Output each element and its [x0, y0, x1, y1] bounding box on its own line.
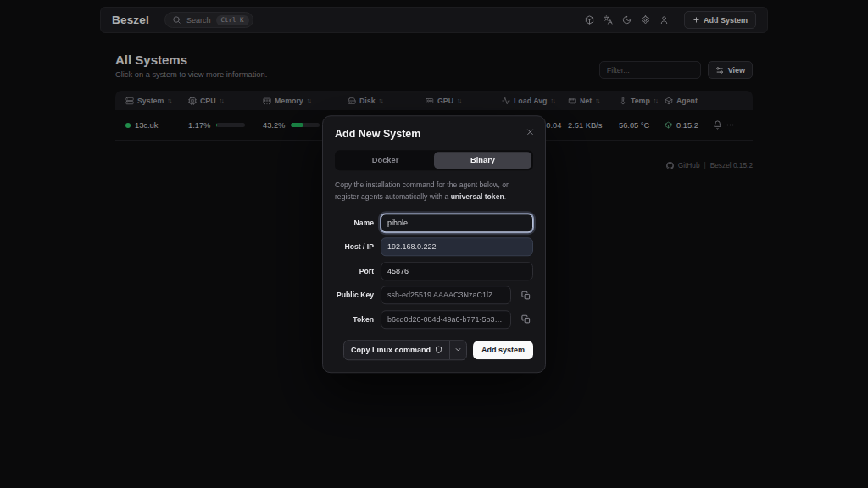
copy-command-split-button: Copy Linux command [343, 340, 467, 360]
port-input[interactable] [381, 262, 533, 280]
host-ip-input[interactable] [381, 237, 533, 256]
dialog-title: Add New System [335, 128, 533, 140]
token-input[interactable] [381, 310, 511, 329]
add-system-form: Name Host / IP Port Public Key Token [335, 214, 533, 329]
tab-docker[interactable]: Docker [337, 152, 434, 169]
dialog-close-button[interactable] [523, 125, 537, 138]
chevron-down-icon [454, 346, 462, 353]
install-type-tabs: Docker Binary [335, 150, 533, 170]
command-options-dropdown-button[interactable] [449, 341, 466, 359]
token-label: Token [335, 315, 374, 324]
name-label: Name [335, 219, 374, 227]
add-system-dialog: Add New System Docker Binary Copy the in… [322, 115, 546, 373]
dialog-description: Copy the installation command for the ag… [335, 180, 533, 203]
public-key-label: Public Key [335, 291, 374, 299]
copy-icon [521, 291, 531, 300]
copy-public-key-button[interactable] [518, 287, 533, 302]
close-icon [526, 127, 535, 136]
public-key-input[interactable] [381, 286, 511, 304]
copy-linux-command-button[interactable]: Copy Linux command [344, 341, 449, 359]
tab-binary[interactable]: Binary [434, 152, 531, 169]
add-system-submit-button[interactable]: Add system [473, 341, 533, 359]
port-label: Port [335, 267, 374, 275]
dialog-footer: Copy Linux command Add system [335, 340, 533, 360]
name-input[interactable] [381, 214, 533, 232]
copy-icon [521, 314, 531, 324]
copy-token-button[interactable] [518, 312, 533, 327]
shield-icon [435, 346, 442, 353]
host-ip-label: Host / IP [335, 242, 374, 251]
